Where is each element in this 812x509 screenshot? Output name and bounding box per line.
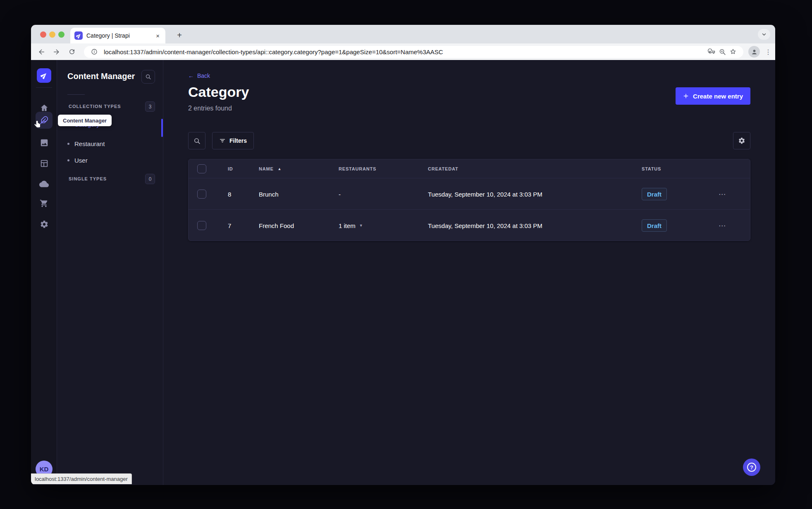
desktop: Category | Strapi × + local: [0, 0, 812, 509]
nav-rail: KD: [31, 60, 57, 485]
tab-search-chevron-icon[interactable]: [758, 29, 770, 40]
content-type-builder-icon[interactable]: [31, 155, 57, 172]
main-content: ← Back Category 2 entries found Create n…: [164, 60, 775, 485]
browser-forward-button[interactable]: [50, 46, 62, 58]
tab-strip: Category | Strapi × +: [31, 25, 775, 43]
collection-types-badge: 3: [145, 101, 155, 112]
row-actions-button[interactable]: ⋯: [719, 210, 726, 241]
settings-gear-icon[interactable]: [31, 216, 57, 233]
entries-count: 2 entries found: [188, 105, 232, 112]
chevron-down-icon: ▼: [359, 223, 363, 228]
cell-name: Brunch: [259, 178, 279, 210]
browser-profile-icon[interactable]: [748, 46, 760, 58]
row-checkbox[interactable]: [197, 178, 206, 210]
help-button[interactable]: ?: [743, 459, 760, 476]
select-all-checkbox[interactable]: [197, 159, 206, 178]
password-key-icon[interactable]: [706, 46, 717, 57]
table-header-row: ID NAME ▲ RESTAURANTS CREATEDAT STATUS: [189, 159, 750, 178]
back-arrow-icon: ←: [188, 72, 194, 79]
page-title: Category: [188, 84, 249, 100]
table-search-button[interactable]: [188, 132, 205, 149]
close-window-button[interactable]: [40, 31, 46, 38]
header-restaurants[interactable]: RESTAURANTS: [339, 159, 376, 178]
sidebar-item-user[interactable]: User: [67, 152, 88, 168]
row-actions-button[interactable]: ⋯: [719, 178, 726, 210]
back-link[interactable]: ← Back: [188, 72, 210, 79]
content-manager-tooltip: Content Manager: [58, 115, 112, 126]
header-createdat[interactable]: CREATEDAT: [428, 159, 458, 178]
new-tab-button[interactable]: +: [174, 29, 185, 41]
header-status[interactable]: STATUS: [642, 159, 661, 178]
content-manager-panel: Content Manager COLLECTION TYPES 3 Categ…: [57, 60, 163, 485]
tab-close-icon[interactable]: ×: [154, 32, 161, 39]
collection-types-label: COLLECTION TYPES: [69, 104, 121, 109]
cell-name: French Food: [259, 210, 294, 241]
filters-button[interactable]: Filters: [212, 132, 254, 149]
view-settings-button[interactable]: [733, 132, 750, 149]
browser-window: Category | Strapi × + local: [31, 25, 775, 485]
media-library-icon[interactable]: [31, 134, 57, 151]
browser-back-button[interactable]: [35, 46, 48, 58]
cell-id: 7: [228, 210, 231, 241]
table-row[interactable]: 8 Brunch - Tuesday, September 10, 2024 a…: [189, 178, 750, 209]
link-preview-statusbar: localhost:1337/admin/content-manager: [31, 473, 132, 484]
header-id[interactable]: ID: [228, 159, 233, 178]
table-row[interactable]: 7 French Food 1 item ▼ Tuesday, Septembe…: [189, 209, 750, 241]
cell-id: 8: [228, 178, 231, 210]
mouse-cursor: [33, 120, 42, 129]
status-badge: Draft: [642, 219, 667, 232]
sort-asc-icon: ▲: [278, 167, 282, 171]
sidebar-item-label: User: [74, 157, 88, 164]
cell-restaurants[interactable]: 1 item ▼: [339, 210, 363, 241]
panel-search-button[interactable]: [141, 70, 155, 84]
sidebar-item-label: Restaurant: [74, 140, 105, 147]
bookmark-star-icon[interactable]: [728, 46, 738, 57]
strapi-favicon-icon: [74, 31, 83, 40]
address-bar[interactable]: localhost:1337/admin/content-manager/col…: [84, 46, 743, 58]
strapi-logo-icon[interactable]: [37, 68, 51, 83]
bullet-icon: [67, 159, 69, 161]
minimize-window-button[interactable]: [49, 31, 55, 38]
browser-reload-button[interactable]: [66, 46, 78, 58]
cell-createdat: Tuesday, September 10, 2024 at 3:03 PM: [428, 210, 542, 241]
back-label: Back: [197, 72, 210, 79]
create-button-label: Create new entry: [693, 93, 743, 100]
row-checkbox[interactable]: [197, 210, 206, 241]
single-types-badge: 0: [145, 174, 155, 184]
zoom-icon[interactable]: [717, 46, 728, 57]
filter-icon: [219, 137, 226, 144]
browser-menu-icon[interactable]: ⋮: [763, 47, 773, 57]
active-item-indicator: [161, 119, 163, 137]
cell-createdat: Tuesday, September 10, 2024 at 3:03 PM: [428, 178, 542, 210]
panel-title: Content Manager: [67, 72, 135, 81]
bullet-icon: [67, 143, 69, 145]
strapi-app: KD Content Manager COLLECTION TYPES 3 Ca…: [31, 60, 775, 485]
cell-restaurants: -: [339, 178, 341, 210]
ellipsis-icon: ⋯: [719, 221, 726, 230]
cell-status: Draft: [642, 178, 667, 210]
maximize-window-button[interactable]: [58, 31, 64, 38]
sidebar-item-restaurant[interactable]: Restaurant: [67, 136, 105, 151]
cell-status: Draft: [642, 210, 667, 241]
url-text[interactable]: localhost:1337/admin/content-manager/col…: [104, 48, 706, 55]
marketplace-cart-icon[interactable]: [31, 195, 57, 211]
header-name[interactable]: NAME ▲: [259, 159, 282, 178]
rail-divider: [36, 87, 52, 88]
site-info-icon[interactable]: [89, 46, 100, 57]
tab-title: Category | Strapi: [86, 32, 154, 39]
plus-icon: [683, 93, 689, 99]
single-types-label: SINGLE TYPES: [69, 176, 107, 181]
deploy-cloud-icon[interactable]: [31, 175, 57, 192]
entries-table: ID NAME ▲ RESTAURANTS CREATEDAT STATUS 8…: [188, 159, 750, 241]
create-new-entry-button[interactable]: Create new entry: [676, 87, 750, 105]
question-icon: ?: [747, 463, 756, 472]
ellipsis-icon: ⋯: [719, 190, 726, 199]
panel-divider: [67, 94, 85, 95]
browser-toolbar: localhost:1337/admin/content-manager/col…: [31, 43, 775, 60]
status-badge: Draft: [642, 188, 667, 200]
browser-tab[interactable]: Category | Strapi ×: [70, 28, 165, 43]
filters-label: Filters: [229, 137, 247, 144]
